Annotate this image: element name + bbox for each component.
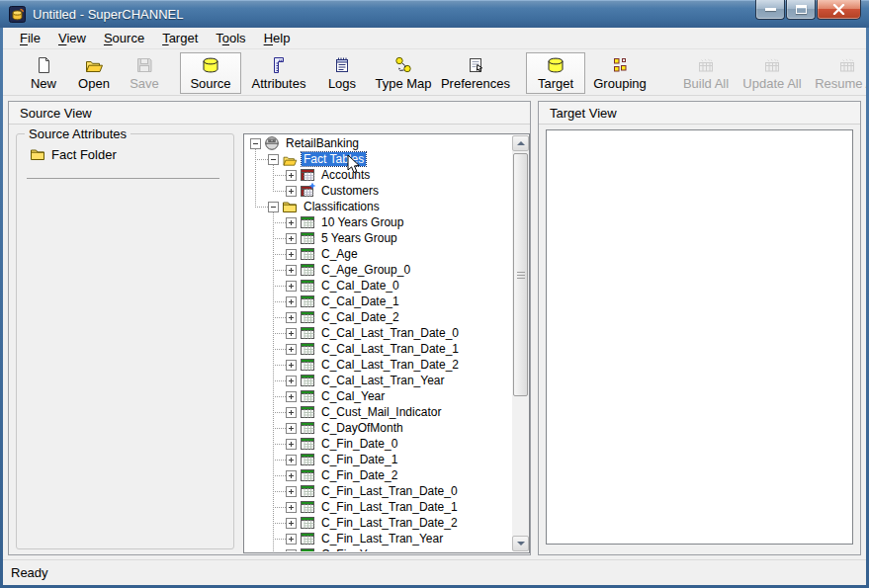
tree-scrollbar[interactable]	[512, 135, 529, 551]
minimize-button[interactable]	[755, 0, 785, 20]
expand-plus-icon[interactable]	[286, 170, 297, 181]
tree-item-label[interactable]: C_Cal_Last_Tran_Date_1	[319, 342, 461, 356]
tree-item-label[interactable]: Accounts	[319, 168, 372, 182]
tree-item-label[interactable]: Fact Tables	[302, 152, 366, 166]
tree-item-label[interactable]: C_Fin_Date_2	[319, 468, 399, 482]
open-button[interactable]: Open	[69, 52, 119, 94]
expand-plus-icon[interactable]	[286, 249, 297, 260]
preferences-button[interactable]: Preferences	[439, 52, 512, 94]
new-button[interactable]: New	[20, 52, 67, 94]
scrollbar-thumb[interactable]	[513, 153, 528, 396]
menu-help[interactable]: Help	[255, 28, 300, 48]
expand-plus-icon[interactable]	[286, 486, 297, 497]
tree-item-c-cust-mail-indicator[interactable]: C_Cust_Mail_Indicator	[244, 404, 511, 420]
maximize-button[interactable]	[786, 0, 816, 20]
menu-view[interactable]: View	[49, 28, 95, 48]
tree-item-c-cal-date-1[interactable]: C_Cal_Date_1	[244, 294, 511, 309]
tree-item-c-dayofmonth[interactable]: C_DayOfMonth	[244, 420, 511, 436]
expand-plus-icon[interactable]	[286, 296, 297, 307]
tree-item-c-fin-year[interactable]: C_Fin_Year	[244, 546, 511, 551]
expand-plus-icon[interactable]	[286, 360, 297, 371]
menu-file[interactable]: File	[11, 28, 49, 48]
tree-item-c-fin-date-2[interactable]: C_Fin_Date_2	[244, 467, 511, 483]
tree-item-c-cal-last-tran-date-2[interactable]: C_Cal_Last_Tran_Date_2	[244, 357, 511, 373]
tree-item-label[interactable]: C_Fin_Last_Tran_Date_2	[319, 516, 460, 530]
tree-item-c-fin-last-tran-year[interactable]: C_Fin_Last_Tran_Year	[244, 531, 511, 546]
expand-plus-icon[interactable]	[286, 265, 297, 276]
expand-plus-icon[interactable]	[286, 502, 297, 513]
target-button[interactable]: Target	[526, 52, 585, 94]
attributes-button[interactable]: Attributes	[243, 52, 314, 94]
tree-item-c-cal-year[interactable]: C_Cal_Year	[244, 388, 511, 404]
tree-item-5-years-group[interactable]: 5 Years Group	[244, 230, 511, 246]
tree-item-label[interactable]: C_Cal_Date_0	[319, 279, 401, 293]
type-map-button[interactable]: Type Map	[370, 52, 437, 94]
collapse-minus-icon[interactable]	[250, 138, 261, 149]
collapse-minus-icon[interactable]	[268, 202, 279, 212]
expand-plus-icon[interactable]	[286, 470, 297, 481]
tree-item-label[interactable]: C_Cal_Last_Tran_Date_2	[319, 358, 461, 372]
collapse-minus-icon[interactable]	[268, 154, 279, 165]
tree-item-label[interactable]: C_Cal_Date_1	[319, 294, 401, 308]
expand-plus-icon[interactable]	[286, 376, 297, 386]
tree-item-label[interactable]: C_Fin_Last_Tran_Date_0	[319, 484, 460, 498]
tree-item-label[interactable]: C_Fin_Date_0	[319, 437, 399, 451]
tree-item-label[interactable]: C_DayOfMonth	[319, 421, 405, 435]
tree-item-c-fin-date-1[interactable]: C_Fin_Date_1	[244, 452, 511, 467]
expand-plus-icon[interactable]	[286, 439, 297, 450]
expand-plus-icon[interactable]	[286, 344, 297, 355]
tree-item-label[interactable]: C_Fin_Last_Tran_Date_1	[319, 500, 460, 514]
tree-item-c-cal-last-tran-date-0[interactable]: C_Cal_Last_Tran_Date_0	[244, 325, 511, 341]
expand-plus-icon[interactable]	[286, 233, 297, 244]
menu-tools[interactable]: Tools	[207, 28, 254, 48]
tree-item-label[interactable]: Customers	[319, 184, 381, 198]
scroll-up-button[interactable]	[512, 135, 529, 151]
scroll-down-button[interactable]	[512, 536, 529, 551]
tree-item-c-cal-last-tran-year[interactable]: C_Cal_Last_Tran_Year	[244, 373, 511, 388]
tree-item-label[interactable]: C_Cust_Mail_Indicator	[319, 405, 443, 419]
tree-item-c-fin-last-tran-date-2[interactable]: C_Fin_Last_Tran_Date_2	[244, 515, 511, 531]
expand-plus-icon[interactable]	[286, 455, 297, 465]
tree-item-label[interactable]: 5 Years Group	[319, 231, 399, 245]
tree-item-label[interactable]: C_Age	[319, 247, 360, 261]
tree-item-c-cal-last-tran-date-1[interactable]: C_Cal_Last_Tran_Date_1	[244, 341, 511, 357]
tree-item-label[interactable]: C_Age_Group_0	[319, 263, 412, 277]
tree-item-label[interactable]: C_Cal_Last_Tran_Date_0	[319, 326, 461, 340]
expand-plus-icon[interactable]	[286, 186, 297, 197]
tree-item-10-years-group[interactable]: 10 Years Group	[244, 214, 511, 230]
expand-plus-icon[interactable]	[286, 534, 297, 545]
expand-plus-icon[interactable]	[286, 217, 297, 228]
expand-plus-icon[interactable]	[286, 423, 297, 434]
close-button[interactable]	[817, 0, 861, 20]
tree-item-c-fin-last-tran-date-1[interactable]: C_Fin_Last_Tran_Date_1	[244, 499, 511, 515]
tree-item-label[interactable]: C_Cal_Date_2	[319, 310, 401, 324]
expand-plus-icon[interactable]	[286, 549, 297, 552]
tree-item-c-cal-date-0[interactable]: C_Cal_Date_0	[244, 278, 511, 294]
menu-source[interactable]: Source	[95, 28, 153, 48]
tree-item-classifications[interactable]: Classifications	[244, 199, 511, 214]
menu-target[interactable]: Target	[153, 28, 207, 48]
expand-plus-icon[interactable]	[286, 328, 297, 339]
tree-item-label[interactable]: C_Fin_Year	[319, 547, 386, 551]
tree-item-label[interactable]: C_Cal_Last_Tran_Year	[319, 374, 447, 387]
tree-item-label[interactable]: C_Fin_Date_1	[319, 453, 399, 466]
tree-item-customers[interactable]: Customers	[244, 183, 511, 199]
tree-item-label[interactable]: C_Cal_Year	[319, 389, 387, 403]
expand-plus-icon[interactable]	[286, 407, 297, 418]
tree-item-c-cal-date-2[interactable]: C_Cal_Date_2	[244, 309, 511, 325]
tree-item-label[interactable]: RetailBanking	[284, 136, 361, 150]
tree-item-label[interactable]: C_Fin_Last_Tran_Year	[319, 532, 445, 546]
tree-item-c-age[interactable]: C_Age	[244, 246, 511, 262]
tree-item-label[interactable]: 10 Years Group	[319, 215, 405, 229]
tree-item-c-age-group-0[interactable]: C_Age_Group_0	[244, 262, 511, 278]
logs-button[interactable]: Logs	[316, 52, 368, 94]
tree-item-fact-tables[interactable]: Fact Tables	[244, 151, 511, 167]
expand-plus-icon[interactable]	[286, 518, 297, 529]
expand-plus-icon[interactable]	[286, 281, 297, 292]
fact-folder-item[interactable]: Fact Folder	[27, 146, 117, 162]
tree-item-accounts[interactable]: Accounts	[244, 167, 511, 183]
expand-plus-icon[interactable]	[286, 391, 297, 402]
tree-item-label[interactable]: Classifications	[302, 200, 382, 213]
expand-plus-icon[interactable]	[286, 312, 297, 323]
tree-item-retailbanking[interactable]: RetailBanking	[244, 135, 511, 151]
